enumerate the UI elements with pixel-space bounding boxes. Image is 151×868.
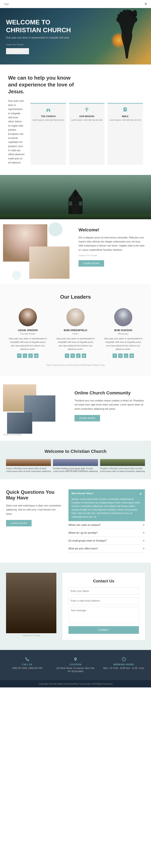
faq-item-2[interactable]: Where do I go for worship? ▼ — [69, 529, 145, 537]
gallery-item-2: Sunday Reading Lorem ipsum dolor sit ame… — [53, 459, 98, 466]
svg-rect-20 — [79, 202, 82, 206]
contact-inner: Image from Freepik Contact Us Submit — [6, 573, 145, 640]
leader-card-bob-g: BOB GREENFIELD Pastor Ulas aute nure dol… — [54, 306, 98, 360]
community-heading: Online Church Community — [75, 391, 145, 396]
gallery-worship-img — [6, 459, 51, 466]
svg-rect-7 — [48, 111, 49, 112]
footer-hours-item: WORKING HOURS Mon - Fri: 9:30 - 18:00 Su… — [101, 655, 147, 675]
contact-heading: Contact Us — [69, 579, 139, 583]
footer-hours-value: Mon - Fri: 9:30 - 18:00 Sun - 11:45 - 6 … — [103, 666, 145, 670]
gallery-caption-1: Camp in Worship Lorem ipsum dolor sit am… — [6, 467, 51, 473]
welcome-content: Welcome! Elit ut aliquam purus sit amet … — [73, 219, 151, 284]
leader-person-img-1 — [19, 308, 37, 326]
gallery-heading: Welcome to Christian Church — [6, 449, 145, 454]
social-twitter-bob-g[interactable]: t — [71, 353, 75, 358]
leader-socials-adam: f t y in — [8, 353, 48, 358]
social-facebook-bob-h[interactable]: f — [113, 353, 117, 358]
faq-featured-item[interactable]: What Should I Wear? ▲ Answer: Lorem ipsu… — [69, 489, 145, 521]
hero-title: WELCOME TOCHRISTIAN CHURCH — [6, 18, 71, 34]
leader-avatar-bob-h — [114, 308, 132, 326]
contact-message-input[interactable] — [69, 607, 139, 623]
community-img-credit: Images from Freepik — [3, 434, 22, 436]
leaders-heading: Our Leaders — [6, 294, 145, 300]
social-twitter-bob-h[interactable]: t — [118, 353, 123, 358]
svg-rect-2 — [134, 10, 136, 12]
gallery-item-3: Couples in Worship Lorem ipsum dolor sit… — [100, 459, 145, 466]
social-twitter-adam[interactable]: t — [23, 353, 27, 358]
footer-call-value: (356) 547-0931, (356) 547-334 — [6, 666, 48, 670]
social-linkedin-bob-h[interactable]: in — [129, 353, 134, 358]
hero-img-credit: Image from Freepik — [6, 43, 71, 46]
welcome-cta-button[interactable]: LEARN MORE — [78, 260, 104, 267]
community-section: Images from Freepik Online Church Commun… — [0, 376, 151, 441]
faq-featured-header: What Should I Wear? ▲ — [69, 489, 145, 497]
social-facebook-adam[interactable]: f — [17, 353, 22, 358]
leader-desc-bob-h: Ulas aute nure dolor in reprehenderit in… — [103, 337, 143, 351]
gallery-pray-img — [100, 459, 145, 466]
svg-rect-13 — [125, 108, 125, 110]
faq-item-1[interactable]: Where can I park on campus? ▼ — [69, 521, 145, 529]
social-youtube-bob-h[interactable]: y — [124, 353, 128, 358]
hero-cta-button[interactable]: READ MORE — [6, 48, 29, 54]
svg-rect-9 — [85, 108, 88, 110]
community-cta-button[interactable]: LEARN MORE — [75, 415, 100, 422]
know-inner: Duis aute nure dolor in reprehenderit in… — [8, 99, 143, 165]
social-linkedin-adam[interactable]: in — [34, 353, 38, 358]
leader-socials-bob-h: f t y in — [103, 353, 143, 358]
contact-name-input[interactable] — [69, 587, 139, 595]
svg-point-1 — [131, 12, 134, 15]
contact-email-input[interactable] — [69, 597, 139, 604]
welcome-image-2 — [29, 246, 70, 279]
social-facebook-bob-g[interactable]: f — [65, 353, 69, 358]
hero-subtitle: Duis aute nure dolor in reprehenderit in… — [6, 36, 71, 39]
svg-point-21 — [75, 658, 76, 659]
footer-bottom: Copyright 2019 All Rights Reserved Buy T… — [0, 680, 151, 687]
social-youtube-bob-g[interactable]: y — [76, 353, 80, 358]
leader-name-bob-h: BOB HUDSON — [103, 329, 143, 332]
footer-call-label: CALL US — [6, 663, 48, 666]
faq-question-4: What are your office hours? — [69, 547, 98, 550]
social-youtube-adam[interactable]: y — [28, 353, 33, 358]
faq-cta-button[interactable]: LEARN MORE — [6, 520, 32, 526]
chevron-down-icon-1: ▼ — [143, 524, 145, 526]
know-heading: We can to help you know and experience t… — [8, 74, 76, 95]
church-building-silhouette — [64, 187, 87, 215]
leader-avatar-adam — [19, 308, 37, 326]
leader-card-bob-h: BOB HUDSON Missionary Ulas aute nure dol… — [101, 306, 145, 360]
faq-item-3[interactable]: Do small groups meet on Sundays? ▼ — [69, 537, 145, 545]
social-linkedin-bob-g[interactable]: in — [82, 353, 86, 358]
svg-rect-19 — [69, 202, 72, 206]
contact-image — [6, 573, 56, 633]
leader-card-adam: ADAM JONSON Founder Pastor Ulas aute nur… — [6, 306, 50, 360]
svg-rect-11 — [124, 107, 124, 112]
footer-hours-label: WORKING HOURS — [103, 663, 145, 666]
feature-bible-desc: Lorem ipsum, click iden teu lex lore — [110, 119, 141, 122]
leader-socials-bob-g: f t y in — [56, 353, 96, 358]
faq-question-1: Where can I park on campus? — [69, 524, 101, 526]
community-images-container: Images from Freepik — [0, 380, 69, 437]
community-body: Tincidunt arcu non sodales neque sodales… — [75, 399, 145, 411]
faq-featured-answer: Answer: Lorem ipsum dolor sit amet, cons… — [69, 497, 145, 521]
gallery-section: Welcome to Christian Church Camp in Wors… — [0, 441, 151, 479]
hamburger-menu[interactable]: ≡ — [145, 2, 147, 6]
faq-item-4[interactable]: What are your office hours? ▼ — [69, 545, 145, 553]
community-content: Online Church Community Tincidunt arcu n… — [69, 380, 151, 437]
contact-submit-button[interactable]: Submit — [69, 626, 139, 634]
know-experience-section: We can to help you know and experience t… — [0, 64, 151, 175]
top-nav: logo ≡ — [0, 0, 151, 8]
church-banner — [0, 175, 151, 219]
church-icon — [32, 106, 64, 114]
chevron-down-icon-4: ▼ — [143, 547, 145, 550]
welcome-section: Welcome! Elit ut aliquam purus sit amet … — [0, 219, 151, 284]
welcome-heading: Welcome! — [78, 227, 145, 232]
leader-desc-bob-g: Ulas aute nure dolor in reprehenderit in… — [56, 337, 96, 351]
contact-section: Image from Freepik Contact Us Submit — [0, 563, 151, 650]
contact-img-credit: Image from Freepik — [6, 634, 56, 637]
leader-name-adam: ADAM JONSON — [8, 329, 48, 332]
gallery-item-1: Camp in Worship Lorem ipsum dolor sit am… — [6, 459, 51, 466]
logo: logo — [4, 2, 9, 5]
location-icon — [54, 657, 97, 662]
community-image-3 — [7, 412, 32, 434]
hero-content: WELCOME TOCHRISTIAN CHURCH Duis aute nur… — [0, 12, 77, 60]
footer-info-bar: CALL US (356) 547-0931, (356) 547-334 LO… — [0, 650, 151, 680]
